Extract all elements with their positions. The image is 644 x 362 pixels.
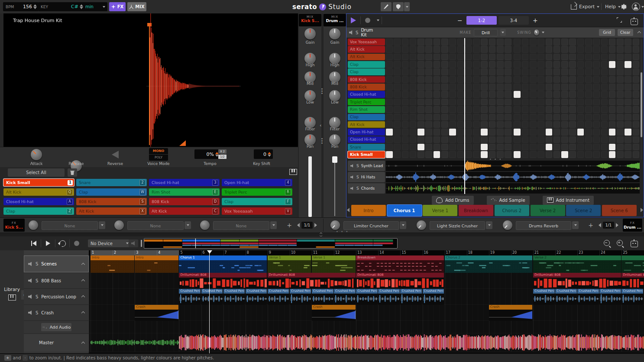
step-cell[interactable]: [522, 121, 529, 128]
step-cell[interactable]: [530, 61, 537, 68]
grid-button[interactable]: Grid: [599, 29, 615, 36]
step-cell[interactable]: [441, 99, 448, 106]
sample-waveform[interactable]: [3, 13, 298, 147]
step-cell[interactable]: [441, 76, 448, 83]
step-cell[interactable]: [473, 46, 480, 53]
step-cell[interactable]: [593, 144, 600, 151]
step-cell[interactable]: [402, 84, 409, 90]
solo-button[interactable]: S: [36, 262, 38, 266]
step-cell[interactable]: [410, 46, 417, 53]
step-cell[interactable]: [633, 76, 640, 83]
step-cell[interactable]: [593, 99, 600, 106]
step-cell[interactable]: [530, 144, 537, 151]
step-cell[interactable]: [561, 136, 568, 143]
key-stepper[interactable]: [80, 4, 83, 9]
step-cell[interactable]: [577, 106, 584, 113]
step-cell[interactable]: [489, 121, 496, 128]
step-cell[interactable]: [473, 68, 480, 75]
step-cell[interactable]: [585, 39, 592, 45]
chevron-down-icon[interactable]: [542, 32, 544, 33]
step-cell[interactable]: [617, 76, 624, 83]
step-cell[interactable]: [457, 121, 464, 128]
step-cell[interactable]: [601, 136, 608, 143]
step-cell[interactable]: [537, 151, 544, 158]
step-cell[interactable]: [609, 136, 616, 143]
perc-clip[interactable]: Crushed Perc: [290, 289, 311, 305]
step-cell[interactable]: [530, 91, 537, 98]
step-cell[interactable]: [593, 114, 600, 121]
step-cell[interactable]: [441, 54, 448, 61]
step-cell[interactable]: [402, 76, 409, 83]
step-cell[interactable]: [497, 39, 504, 45]
step-cell[interactable]: [417, 91, 424, 98]
step-cell[interactable]: [601, 54, 608, 61]
step-cell[interactable]: [481, 129, 488, 136]
crash-clip[interactable]: Crash: [135, 305, 178, 321]
step-cell[interactable]: [505, 106, 511, 113]
fullscreen-button[interactable]: [617, 17, 622, 23]
step-cell[interactable]: [522, 91, 529, 98]
solo-button[interactable]: S: [356, 186, 359, 191]
step-cell[interactable]: [410, 54, 417, 61]
sample-fx-pager-next[interactable]: [314, 223, 317, 227]
step-cell[interactable]: [434, 91, 440, 98]
attack-knob[interactable]: [31, 149, 42, 160]
step-cell[interactable]: [489, 84, 496, 90]
mute-icon[interactable]: [28, 278, 32, 283]
step-cell[interactable]: [505, 46, 511, 53]
step-cell[interactable]: [546, 76, 553, 83]
step-cell[interactable]: [633, 129, 640, 136]
step-cell[interactable]: [569, 76, 576, 83]
step-cell[interactable]: [569, 114, 576, 121]
scene-tab-chorus-1[interactable]: Chorus 1: [387, 205, 422, 216]
step-cell[interactable]: [601, 144, 608, 151]
step-cell[interactable]: [417, 54, 424, 61]
step-cell[interactable]: [441, 129, 448, 136]
step-cell[interactable]: [561, 144, 568, 151]
scenes-scroll-left[interactable]: [347, 208, 350, 212]
seq-row-label-808-kick[interactable]: 808 Kick: [348, 76, 385, 83]
sample-fx-slot-2-select[interactable]: None: [127, 221, 184, 230]
step-cell[interactable]: [609, 91, 616, 98]
step-cell[interactable]: [553, 151, 560, 158]
step-cell[interactable]: [633, 68, 640, 75]
fx-toggle-button[interactable]: FX: [109, 2, 126, 11]
seq-row-label-808-kick[interactable]: 808 Kick: [348, 84, 385, 90]
step-cell[interactable]: [425, 76, 432, 83]
step-cell[interactable]: [546, 129, 553, 136]
pad-closed-hi-hat[interactable]: Closed Hi-hat3: [149, 179, 220, 186]
mixer-strip-header[interactable]: MIXDrum ...: [324, 14, 346, 26]
step-cell[interactable]: [457, 61, 464, 68]
drum-fx-slot-3-select[interactable]: Drums Reverb: [516, 221, 571, 230]
step-cell[interactable]: [441, 121, 448, 128]
step-cell[interactable]: [633, 151, 640, 158]
step-cell[interactable]: [457, 106, 464, 113]
practice-mode-button[interactable]: [381, 2, 392, 11]
step-cell[interactable]: [537, 91, 544, 98]
step-cell[interactable]: [553, 136, 560, 143]
perc-clip[interactable]: Crushed Perc: [577, 289, 599, 305]
account-menu[interactable]: [632, 0, 644, 13]
step-cell[interactable]: [553, 114, 560, 121]
step-cell[interactable]: [530, 129, 537, 136]
step-cell[interactable]: [449, 76, 456, 83]
step-cell[interactable]: [425, 151, 432, 158]
step-cell[interactable]: [473, 106, 480, 113]
step-cell[interactable]: [601, 61, 608, 68]
bpm-control[interactable]: BPM 156: [3, 2, 39, 11]
step-cell[interactable]: [577, 99, 584, 106]
step-cell[interactable]: [593, 61, 600, 68]
step-cell[interactable]: [625, 144, 631, 151]
step-cell[interactable]: [561, 68, 568, 75]
step-cell[interactable]: [417, 136, 424, 143]
step-cell[interactable]: [625, 84, 631, 90]
delete-pad-button[interactable]: [68, 168, 77, 177]
step-cell[interactable]: [546, 39, 553, 45]
pad-808-kick[interactable]: 808 KickS: [76, 198, 147, 205]
step-cell[interactable]: [410, 84, 417, 90]
step-cell[interactable]: [601, 39, 608, 45]
drum-fx-slot-1-knob[interactable]: [330, 220, 340, 230]
clear-button[interactable]: Clear: [618, 29, 633, 36]
step-cell[interactable]: [441, 84, 448, 90]
step-cell[interactable]: [497, 84, 504, 90]
